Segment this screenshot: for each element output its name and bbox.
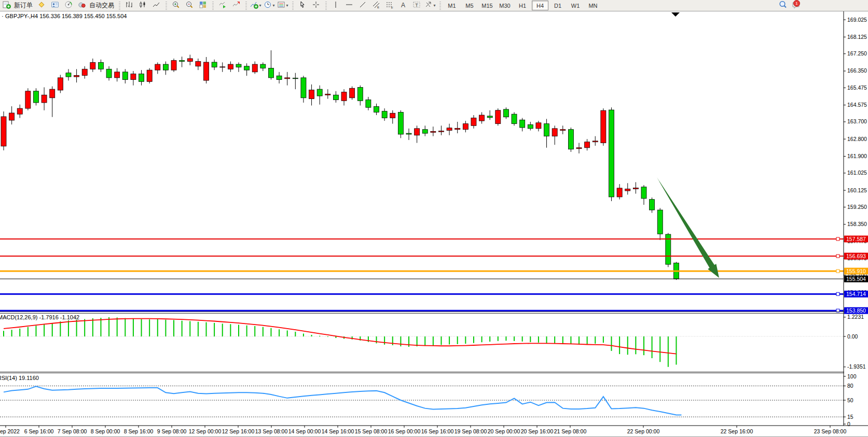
fibonacci-tool-button[interactable]: F <box>383 1 396 10</box>
svg-text:A: A <box>401 1 405 8</box>
time-label: 12 Sep 16:00 <box>222 428 255 434</box>
candle-body <box>650 200 655 210</box>
metaeditor-button[interactable] <box>35 1 48 10</box>
strategy-tester-button[interactable] <box>62 1 75 10</box>
svg-text:F: F <box>391 6 393 9</box>
price-badge-label: 156.693 <box>846 253 866 259</box>
macd-axis-label: -1.9351 <box>847 363 866 370</box>
horizontal-line-tool-button[interactable] <box>342 1 356 10</box>
toolbar-grip <box>439 2 441 10</box>
candle-body <box>82 69 87 75</box>
time-label: 12 Sep 00:00 <box>189 428 222 434</box>
candle-body <box>431 131 436 132</box>
timeframe-m1[interactable]: M1 <box>444 1 460 10</box>
zoom-in-button[interactable] <box>169 1 183 10</box>
candle-body <box>139 74 144 82</box>
auto-scroll-button[interactable] <box>216 1 229 10</box>
rsi-axis-label: 50 <box>847 397 853 403</box>
bar-chart-button[interactable] <box>122 1 136 10</box>
timeframe-mn[interactable]: MN <box>585 1 601 10</box>
candle-body <box>58 78 63 90</box>
chevron-down-icon: ▾ <box>272 3 274 8</box>
line-chart-button[interactable] <box>149 1 163 10</box>
candle-body <box>187 59 192 62</box>
chat-badge: 1 <box>793 0 800 7</box>
tile-windows-button[interactable] <box>196 1 210 10</box>
candle-body <box>147 70 152 81</box>
candle-body <box>438 131 444 132</box>
candle-body <box>528 125 533 129</box>
toolbar-grip <box>245 2 247 10</box>
terminal-button[interactable] <box>48 1 62 10</box>
title-bullet: · <box>2 13 4 19</box>
timeframe-m15[interactable]: M15 <box>479 1 495 10</box>
timeframe-d1[interactable]: D1 <box>549 1 566 10</box>
candle-body <box>366 100 371 107</box>
autotrading-label[interactable]: 自动交易 <box>89 1 116 10</box>
chart-canvas[interactable]: 169.025168.125167.250166.350165.475164.5… <box>0 11 868 437</box>
toolbar-grip <box>325 2 327 10</box>
candle-body <box>268 68 273 77</box>
label-tool-button[interactable]: T <box>410 1 423 10</box>
candle-body <box>333 95 338 100</box>
cursor-icon <box>298 1 307 11</box>
price-tick-label: 167.250 <box>847 50 867 57</box>
timeframe-m30[interactable]: M30 <box>497 1 513 10</box>
cursor-button[interactable] <box>296 1 309 10</box>
candle-body <box>155 64 160 70</box>
toolbar-grip <box>212 2 214 10</box>
time-label: 8 Sep 16:00 <box>124 428 154 434</box>
candle-body <box>593 141 598 142</box>
metaeditor-icon <box>37 1 46 11</box>
price-tick-label: 162.800 <box>847 136 867 142</box>
candle-body <box>285 78 290 79</box>
toolbar-grip <box>292 2 294 10</box>
time-label: 6 Sep 16:00 <box>24 428 54 434</box>
price-badge-label: 155.504 <box>846 276 866 282</box>
hline-handle[interactable] <box>836 255 839 258</box>
trendline-tool-button[interactable] <box>356 1 369 10</box>
candle-body <box>293 78 298 79</box>
templates-button[interactable]: ▾ <box>276 1 290 10</box>
time-label: 14 Sep 16:00 <box>322 428 354 434</box>
arrows-tool-button[interactable]: ▾ <box>423 1 437 10</box>
crosshair-button[interactable] <box>309 1 323 10</box>
zoom-out-button[interactable] <box>183 1 196 10</box>
price-badge-label: 153.850 <box>846 307 866 314</box>
chat-button[interactable]: 1 <box>790 1 803 10</box>
time-label: 16 Sep 16:00 <box>421 428 454 434</box>
price-tick-label: 166.350 <box>847 67 867 74</box>
text-tool-icon: A <box>399 1 407 11</box>
autotrading-button[interactable] <box>75 1 89 10</box>
indicators-button[interactable]: ▾ <box>249 1 263 10</box>
candle-body <box>520 120 525 128</box>
price-tick-label: 161.025 <box>847 170 867 176</box>
timeframe-m5[interactable]: M5 <box>461 1 478 10</box>
candlestick-chart-button[interactable] <box>136 1 149 10</box>
candle-body <box>471 118 476 126</box>
periods-button[interactable]: ▾ <box>263 1 276 10</box>
candle-body <box>220 67 225 67</box>
rsi-label: RSI(14) 19.1160 <box>0 375 39 381</box>
timeframe-h4[interactable]: H4 <box>532 1 548 10</box>
candle-body <box>106 69 112 78</box>
chart-window[interactable]: 169.025168.125167.250166.350165.475164.5… <box>0 11 868 437</box>
hline-handle[interactable] <box>836 237 839 241</box>
chevron-down-icon: ▾ <box>433 3 435 8</box>
timeframe-w1[interactable]: W1 <box>567 1 584 10</box>
svg-text:T: T <box>415 2 418 7</box>
time-label: 7 Sep 08:00 <box>58 428 87 434</box>
text-tool-button[interactable]: A <box>396 1 410 10</box>
vertical-line-tool-button[interactable] <box>329 1 342 10</box>
chart-shift-button[interactable] <box>229 1 243 10</box>
search-button[interactable] <box>776 1 790 10</box>
new-order-label[interactable]: 新订单 <box>13 1 35 10</box>
hline-handle[interactable] <box>836 270 839 273</box>
channel-tool-button[interactable]: E <box>369 1 383 10</box>
line-chart-icon <box>152 1 160 11</box>
hline-handle[interactable] <box>836 292 839 295</box>
timeframe-h1[interactable]: H1 <box>514 1 531 10</box>
candle-body <box>641 187 646 199</box>
new-order-button[interactable] <box>0 1 13 10</box>
candle-body <box>17 108 22 114</box>
